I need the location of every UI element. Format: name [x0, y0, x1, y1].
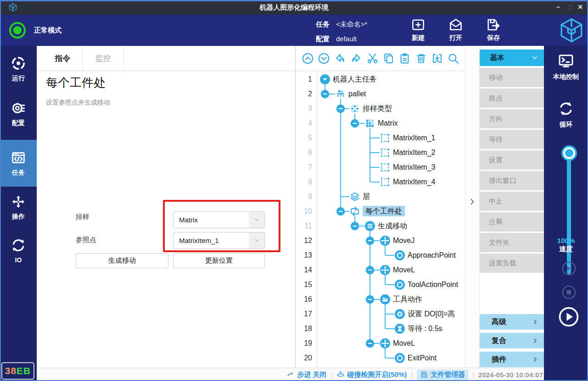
- collapse-toggle-icon[interactable]: [336, 104, 345, 113]
- tab-instruction[interactable]: 指令: [43, 46, 83, 71]
- tree-row-16[interactable]: 16工具动作: [296, 292, 465, 307]
- header: 正常模式 任务<未命名>* 配置default 新建打开保存: [0, 15, 588, 46]
- palette-group[interactable]: 插件: [480, 352, 544, 367]
- command-palette: 基本 移动路点方向等待设置弹出窗口中止注释文件夹设置负载高级复合插件: [480, 46, 544, 368]
- sidebar-item-local-control[interactable]: 本地控制: [544, 52, 588, 85]
- minimize-button[interactable]: –: [554, 0, 563, 15]
- app-logo-icon: [8, 2, 17, 12]
- tab-bar: 指令监控: [37, 46, 295, 71]
- collapse-toggle-icon[interactable]: [365, 236, 375, 245]
- tree-row-12[interactable]: 12MoveJ: [296, 233, 465, 248]
- toolbar-redo-icon[interactable]: [350, 52, 363, 65]
- maximize-button[interactable]: ▢: [566, 0, 575, 15]
- tab-monitor[interactable]: 监控: [83, 46, 124, 71]
- separator: |: [472, 371, 474, 379]
- collapse-toggle-icon[interactable]: [320, 89, 330, 99]
- tree-row-2[interactable]: 2pallet: [296, 87, 465, 101]
- palette-category-label: 基本: [490, 53, 531, 63]
- move-icon: [380, 338, 391, 349]
- sidebar-item-task[interactable]: 任务: [0, 140, 37, 187]
- close-button[interactable]: ✕: [576, 0, 585, 15]
- skip-button[interactable]: [562, 261, 576, 276]
- tree-row-10[interactable]: 10每个工件处: [296, 204, 465, 219]
- palette-item[interactable]: 弹出窗口: [480, 171, 544, 190]
- tree-row-5[interactable]: 5MatrixItem_1: [296, 131, 465, 145]
- tree-row-11[interactable]: 11生成移动: [296, 219, 465, 233]
- tree-row-3[interactable]: 3排样类型: [296, 101, 465, 116]
- palette-item[interactable]: 设置: [480, 150, 544, 170]
- toolbar-expand-all-icon[interactable]: [318, 52, 330, 65]
- step-mode-toggle[interactable]: 步进 关闭: [286, 370, 326, 379]
- tree-row-13[interactable]: 13ApproachPoint: [296, 248, 465, 263]
- tree-row-7[interactable]: 7MatrixItem_3: [296, 160, 465, 175]
- palette-item[interactable]: 方向: [480, 109, 544, 128]
- layout-type-select[interactable]: Matrix: [173, 211, 265, 228]
- tree-row-18[interactable]: 18等待 : 0.5s: [296, 321, 465, 336]
- repeat-icon: [349, 206, 360, 217]
- collision-detection-toggle[interactable]: 碰撞检测开启(50%): [336, 370, 407, 379]
- tree-row-6[interactable]: 6MatrixItem_2: [296, 145, 465, 160]
- sidebar-item-io[interactable]: IO: [0, 233, 37, 268]
- speed-slider[interactable]: [567, 149, 571, 274]
- tree-row-14[interactable]: 14MoveL: [296, 263, 465, 277]
- toolbar-cut-icon[interactable]: [366, 52, 379, 65]
- stop-button[interactable]: [562, 285, 576, 299]
- collapse-toggle-icon[interactable]: [350, 119, 359, 128]
- header-new-button[interactable]: 新建: [404, 17, 432, 44]
- sidebar-item-config[interactable]: 配置: [0, 94, 37, 133]
- tree-connector: [386, 284, 394, 285]
- palette-group[interactable]: 高级: [480, 314, 544, 330]
- collapse-toggle-icon[interactable]: [350, 221, 359, 231]
- sidebar-item-operate[interactable]: 操作: [0, 188, 37, 226]
- tree-row-19[interactable]: 19MoveL: [296, 336, 465, 351]
- generate-move-button[interactable]: 生成移动: [76, 253, 168, 268]
- mode-indicator-icon: [9, 22, 26, 39]
- tree-row-20[interactable]: 20ExitPoint: [296, 351, 465, 365]
- tree-row-15[interactable]: 15ToolActionPoint: [296, 277, 465, 292]
- header-open-button[interactable]: 打开: [442, 17, 470, 44]
- sidebar-item-run[interactable]: 运行: [0, 50, 37, 88]
- speed-slider-knob[interactable]: [563, 147, 575, 159]
- collapse-toggle-icon[interactable]: [336, 207, 345, 216]
- palette-group[interactable]: 复合: [480, 333, 544, 348]
- toolbar-copy-icon[interactable]: [382, 52, 395, 65]
- status-badge: 38EB: [1, 362, 34, 380]
- dashsq-icon: [380, 147, 391, 158]
- toolbar-paste-icon[interactable]: [398, 52, 411, 65]
- toolbar-insert-icon[interactable]: [431, 52, 443, 65]
- file-manager-button[interactable]: 文件管理器: [417, 370, 468, 380]
- collapse-toggle-icon[interactable]: [365, 339, 375, 348]
- palette-item[interactable]: 设置负载: [480, 254, 544, 273]
- palette-item[interactable]: 等待: [480, 130, 544, 149]
- collapse-toggle-icon[interactable]: [365, 265, 375, 275]
- header-save-button[interactable]: 保存: [479, 17, 508, 44]
- palette-item[interactable]: 移动: [480, 68, 544, 87]
- palette-item[interactable]: 注释: [480, 212, 544, 232]
- palette-category-basic[interactable]: 基本: [480, 50, 544, 66]
- collapse-toggle-icon[interactable]: [365, 295, 375, 304]
- tree-row-17[interactable]: 17设置 DO[0]=高: [296, 307, 465, 321]
- palette-item[interactable]: 中止: [480, 192, 544, 211]
- toolbar-collapse-all-icon[interactable]: [302, 52, 314, 65]
- tree-row-8[interactable]: 8MatrixItem_4: [296, 175, 465, 189]
- sidebar-item-label: IO: [15, 256, 22, 264]
- toolbar-delete-icon[interactable]: [415, 52, 427, 65]
- tree-node-label: 机器人主任务: [333, 72, 377, 87]
- chevron-right-icon[interactable]: [468, 197, 476, 206]
- right-sidebar: 100% 速度 本地控制循环: [544, 46, 588, 381]
- tree-node-label: MatrixItem_2: [393, 145, 435, 160]
- play-button[interactable]: [559, 307, 579, 327]
- reference-point-select[interactable]: MatrixItem_1: [173, 232, 265, 249]
- tree-node-label: MatrixItem_1: [393, 131, 435, 145]
- badge-right: EB: [17, 365, 31, 376]
- palette-item[interactable]: 文件夹: [480, 233, 544, 252]
- palette-item[interactable]: 路点: [480, 88, 544, 108]
- update-position-button[interactable]: 更新位置: [173, 253, 265, 268]
- tree-row-4[interactable]: 4Matrix: [296, 116, 465, 131]
- toolbar-undo-icon[interactable]: [334, 52, 346, 65]
- toolbar-search-icon[interactable]: [447, 52, 459, 65]
- sidebar-item-loop[interactable]: 循环: [544, 100, 588, 133]
- tree-node-label: pallet: [348, 87, 366, 101]
- tree-row-1[interactable]: 1机器人主任务: [296, 72, 465, 87]
- tree-row-9[interactable]: 9层: [296, 189, 465, 204]
